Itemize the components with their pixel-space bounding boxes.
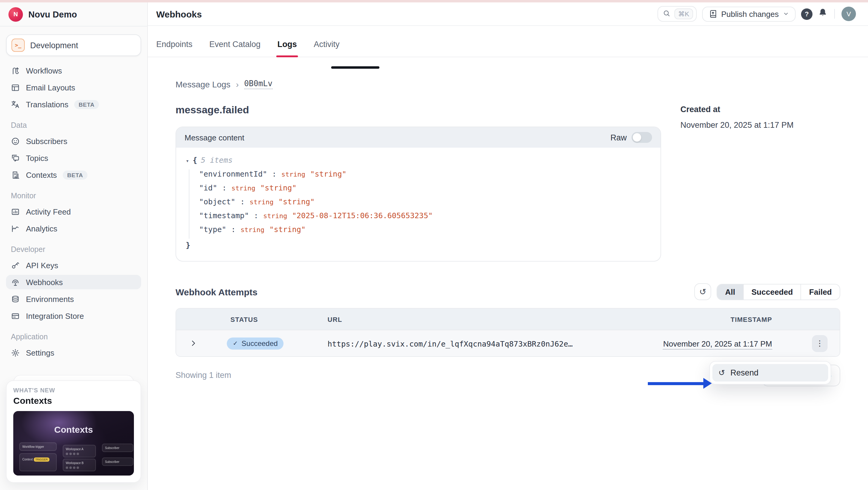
help-button[interactable]: ? xyxy=(801,8,812,20)
sidebar-item-contexts[interactable]: Contexts BETA xyxy=(6,168,141,182)
sidebar-item-activity-feed[interactable]: Activity Feed xyxy=(6,204,141,219)
check-icon: ✓ xyxy=(233,340,238,347)
created-at-block: Created at November 20, 2025 at 1:17 PM xyxy=(661,104,794,262)
workspace-b-mini-card: Workspace B xyxy=(63,459,96,471)
message-content-header: Message content Raw xyxy=(176,127,660,148)
timestamp-link[interactable]: November 20, 2025 at 1:17 PM xyxy=(663,339,772,349)
annotation-arrow xyxy=(648,378,712,389)
table-header-row: STATUS URL TIMESTAMP xyxy=(176,308,840,330)
json-close-brace: } xyxy=(186,239,651,251)
sidebar-item-email-layouts[interactable]: Email Layouts xyxy=(6,80,141,95)
tab-logs[interactable]: Logs xyxy=(277,40,297,57)
workflow-trigger-mini-card: Workflow trigger xyxy=(19,443,57,451)
org-avatar: N xyxy=(8,7,23,22)
filter-succeeded[interactable]: Succeeded xyxy=(743,284,801,299)
sidebar-item-workflows[interactable]: Workflows xyxy=(6,63,141,78)
sidebar-item-label: Translations xyxy=(26,100,68,109)
whats-new-graphic-title: Contexts xyxy=(13,424,134,434)
sidebar-nav: Workflows Email Layouts Translations BET… xyxy=(0,56,147,360)
nav-section-application: Application xyxy=(11,333,136,341)
environment-selector[interactable]: >_ Development xyxy=(6,34,141,56)
json-root-line: ▾ { 5 items xyxy=(186,156,651,169)
user-avatar[interactable]: V xyxy=(841,7,856,21)
notifications-button[interactable] xyxy=(818,8,828,20)
sidebar-divider xyxy=(0,26,147,27)
refresh-button[interactable]: ↺ xyxy=(694,283,711,300)
breadcrumb: Message Logs › 0B0mLv xyxy=(176,79,840,89)
search-button[interactable]: ⌘K xyxy=(658,6,697,22)
json-row: "environmentId":string"string" xyxy=(199,169,651,183)
language-icon xyxy=(11,100,20,109)
sidebar-item-label: Contexts xyxy=(26,170,57,179)
event-type-title: message.failed xyxy=(176,104,661,116)
filter-failed[interactable]: Failed xyxy=(801,284,840,299)
json-item-count: 5 items xyxy=(201,156,232,165)
attempts-table: STATUS URL TIMESTAMP ✓ Succeeded https:/… xyxy=(176,308,840,357)
publish-changes-button[interactable]: Publish changes xyxy=(702,6,796,22)
tab-activity[interactable]: Activity xyxy=(314,40,340,57)
sidebar-item-settings[interactable]: Settings xyxy=(6,345,141,360)
sidebar-item-integration-store[interactable]: Integration Store xyxy=(6,308,141,323)
nav-section-monitor: Monitor xyxy=(11,192,136,200)
sidebar-item-analytics[interactable]: Analytics xyxy=(6,221,141,236)
json-row: "object":string"string" xyxy=(199,197,651,211)
chevron-down-icon xyxy=(783,11,789,17)
sidebar-item-label: Topics xyxy=(26,153,48,162)
whats-new-graphic[interactable]: Contexts Workflow trigger Context TRIGGE… xyxy=(13,411,134,476)
menu-item-resend[interactable]: ↺ Resend xyxy=(712,364,828,382)
sidebar: N Novu Demo >_ Development Workflows Ema… xyxy=(0,2,148,490)
whats-new-card[interactable]: WHAT'S NEW Contexts Contexts Workflow tr… xyxy=(6,380,141,483)
endpoint-url-link[interactable]: https://play.svix.com/in/e_lqfXqcna94aTq… xyxy=(328,339,573,349)
message-content-panel: Message content Raw ▾ { 5 items xyxy=(176,127,661,262)
layout-icon xyxy=(11,83,20,92)
filter-all[interactable]: All xyxy=(717,284,743,299)
breadcrumb-message-logs[interactable]: Message Logs xyxy=(176,79,230,89)
beta-badge: BETA xyxy=(63,170,88,179)
sidebar-item-webhooks[interactable]: Webhooks xyxy=(6,275,141,289)
raw-toggle[interactable] xyxy=(631,132,652,143)
search-shortcut-kbd: ⌘K xyxy=(675,8,693,19)
json-row: "id":string"string" xyxy=(199,183,651,197)
collapse-caret-icon[interactable]: ▾ xyxy=(186,158,189,164)
detail-header-row: message.failed Message content Raw ▾ xyxy=(176,104,840,262)
book-up-icon xyxy=(709,10,717,18)
subscriber-mini-card: Subscriber xyxy=(102,457,133,466)
sidebar-item-label: Webhooks xyxy=(26,277,63,287)
tab-endpoints[interactable]: Endpoints xyxy=(156,40,192,57)
org-switcher[interactable]: N Novu Demo xyxy=(0,2,147,26)
breadcrumb-log-id[interactable]: 0B0mLv xyxy=(244,79,272,89)
json-row: "type":string"string" xyxy=(199,225,651,239)
column-header-timestamp: TIMESTAMP xyxy=(619,316,800,323)
webhook-attempts-title: Webhook Attempts xyxy=(176,287,257,297)
header-actions: ⌘K Publish changes ? V xyxy=(658,6,856,22)
row-expand-button[interactable] xyxy=(176,339,210,347)
key-icon xyxy=(11,261,20,270)
workspace-a-mini-card: Workspace A xyxy=(63,445,96,457)
sidebar-item-label: Integration Store xyxy=(26,311,84,320)
sidebar-item-api-keys[interactable]: API Keys xyxy=(6,258,141,272)
table-row[interactable]: ✓ Succeeded https://play.svix.com/in/e_l… xyxy=(176,330,840,356)
webhook-attempts-header: Webhook Attempts ↺ All Succeeded Failed xyxy=(176,283,840,300)
sidebar-item-translations[interactable]: Translations BETA xyxy=(6,97,141,111)
terminal-icon: >_ xyxy=(11,39,25,52)
sidebar-item-label: Email Layouts xyxy=(26,83,75,92)
sidebar-item-environments[interactable]: Environments xyxy=(6,292,141,306)
webhook-icon xyxy=(11,277,20,287)
row-menu-button[interactable]: ⋮ xyxy=(812,335,828,352)
bell-icon xyxy=(818,8,828,20)
sidebar-item-topics[interactable]: Topics xyxy=(6,151,141,165)
created-at-value: November 20, 2025 at 1:17 PM xyxy=(680,121,794,130)
sidebar-item-label: API Keys xyxy=(26,261,58,270)
sidebar-item-label: Settings xyxy=(26,348,54,357)
raw-label: Raw xyxy=(611,133,627,142)
row-count-text: Showing 1 item xyxy=(176,371,231,380)
question-mark-icon: ? xyxy=(805,10,809,18)
detail-left-column: message.failed Message content Raw ▾ xyxy=(176,104,661,262)
main-area: Webhooks ⌘K Publish changes ? V xyxy=(148,2,868,490)
environment-color-strip xyxy=(0,0,868,2)
tab-event-catalog[interactable]: Event Catalog xyxy=(209,40,260,57)
sidebar-item-subscribers[interactable]: Subscribers xyxy=(6,134,141,148)
gear-icon xyxy=(11,348,20,357)
column-header-url: URL xyxy=(316,316,619,323)
context-mini-card: Context TRIGGER xyxy=(19,453,57,471)
